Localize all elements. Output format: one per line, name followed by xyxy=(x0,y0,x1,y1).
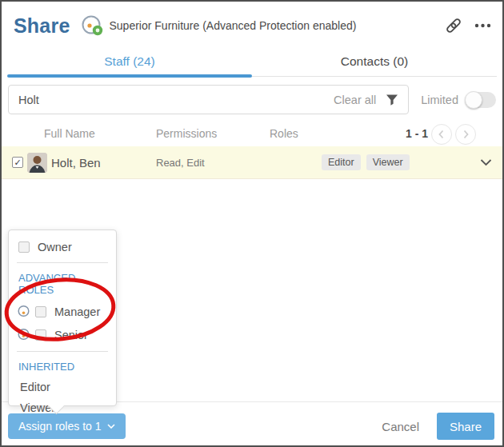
pagination-range: 1 - 1 xyxy=(406,127,428,140)
manager-label: Manager xyxy=(54,305,100,318)
inherited-viewer-label: Viewer xyxy=(20,401,55,414)
menu-item-senior[interactable]: Senior xyxy=(9,323,116,346)
limited-control: Limited xyxy=(421,92,496,108)
row-role-badges: Editor Viewer xyxy=(322,154,410,170)
menu-item-viewer[interactable]: Viewer xyxy=(9,397,116,418)
tab-staff[interactable]: Staff (24) xyxy=(7,46,252,76)
assign-roles-label: Assign roles to 1 xyxy=(18,420,102,433)
tab-bar: Staff (24) Contacts (0) xyxy=(7,46,497,77)
limited-label: Limited xyxy=(421,94,458,106)
menu-divider xyxy=(17,351,108,352)
custom-role-icon xyxy=(17,328,30,341)
menu-item-manager[interactable]: Manager xyxy=(9,300,116,323)
matter-protection-icon xyxy=(80,13,104,38)
menu-item-editor[interactable]: Editor xyxy=(9,377,116,397)
owner-checkbox[interactable] xyxy=(18,241,30,253)
inherited-header: INHERITED xyxy=(9,357,116,377)
tab-contacts-label: Contacts (0) xyxy=(341,54,408,69)
avatar xyxy=(27,153,47,173)
cancel-button[interactable]: Cancel xyxy=(382,413,419,440)
inherited-editor-label: Editor xyxy=(20,381,50,393)
row-checkbox[interactable] xyxy=(12,157,23,168)
caret-down-icon xyxy=(107,424,115,429)
column-roles: Roles xyxy=(270,127,298,140)
tab-staff-label: Staff (24) xyxy=(104,54,154,69)
role-badge-viewer: Viewer xyxy=(366,154,410,170)
tab-contacts[interactable]: Contacts (0) xyxy=(252,46,497,76)
advanced-roles-header: ADVANCED ROLES xyxy=(9,268,116,300)
ellipsis-icon[interactable] xyxy=(474,23,491,28)
manager-checkbox[interactable] xyxy=(35,306,46,317)
row-expand-chevron[interactable] xyxy=(480,159,492,166)
senior-label: Senior xyxy=(54,329,88,341)
owner-label: Owner xyxy=(38,241,72,253)
table-header: Full Name Permissions Roles 1 - 1 xyxy=(2,122,502,146)
share-dialog: Share Superior Furniture (Advanced Prote… xyxy=(0,0,504,447)
role-menu: Owner ADVANCED ROLES Manager Senior xyxy=(8,229,117,406)
role-badge-editor: Editor xyxy=(322,154,361,170)
toggle-knob xyxy=(465,91,482,109)
dialog-title: Share xyxy=(14,14,70,38)
dialog-subtitle: Superior Furniture (Advanced Protection … xyxy=(109,19,356,32)
link-icon[interactable] xyxy=(444,16,463,35)
column-permissions: Permissions xyxy=(156,127,217,140)
search-box: Clear all xyxy=(8,85,409,114)
table-row[interactable]: Holt, Ben Read, Edit Editor Viewer xyxy=(2,146,502,179)
row-full-name: Holt, Ben xyxy=(51,146,101,179)
chevron-down-icon xyxy=(480,159,492,166)
search-row: Clear all Limited xyxy=(8,85,496,114)
pagination-prev-button[interactable] xyxy=(431,124,452,145)
menu-item-owner[interactable]: Owner xyxy=(9,237,116,257)
menu-divider xyxy=(17,262,108,263)
clear-all-link[interactable]: Clear all xyxy=(334,94,376,106)
column-full-name: Full Name xyxy=(44,127,95,140)
limited-toggle[interactable] xyxy=(466,92,496,108)
senior-checkbox[interactable] xyxy=(35,329,46,341)
chevron-right-icon xyxy=(459,128,472,141)
dialog-header: Share Superior Furniture (Advanced Prote… xyxy=(14,10,491,42)
pagination-next-button[interactable] xyxy=(455,124,476,145)
filter-funnel-icon[interactable] xyxy=(386,94,398,106)
custom-role-icon xyxy=(17,305,30,318)
chevron-left-icon xyxy=(435,128,448,141)
search-input[interactable] xyxy=(18,94,334,106)
share-button[interactable]: Share xyxy=(437,413,494,440)
row-permissions: Read, Edit xyxy=(156,146,205,179)
